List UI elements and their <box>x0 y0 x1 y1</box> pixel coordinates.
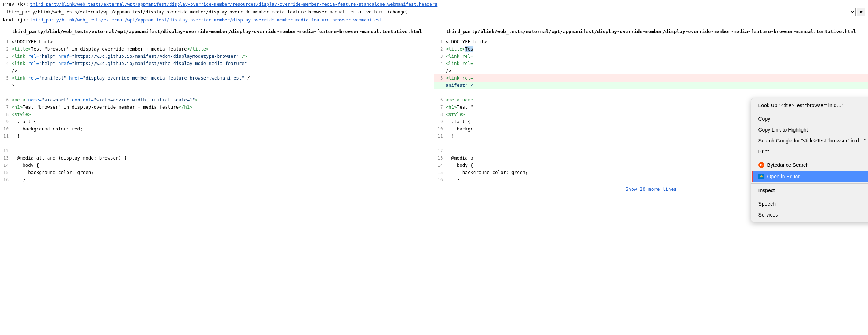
table-row: 2<title>Tes <box>434 45 868 53</box>
line-content: background-color: green; <box>12 169 434 176</box>
ctx-item-label: Services <box>758 212 778 218</box>
line-number: 8 <box>434 111 446 118</box>
line-number: 14 <box>434 162 446 169</box>
prev-link[interactable]: third_party/blink/web_tests/external/wpt… <box>30 2 437 7</box>
line-number: 16 <box>434 176 446 183</box>
line-content: <title>Test "browser" in display-overrid… <box>12 45 434 53</box>
file-dropdown[interactable]: third_party/blink/web_tests/external/wpt… <box>3 8 856 16</box>
line-content: <!DOCTYPE html> <box>446 38 868 45</box>
ctx-item-label: Bytedance Search <box>767 162 809 168</box>
line-content: <link rel= <box>446 60 868 67</box>
line-number: 10 <box>0 125 12 133</box>
line-content: <link rel= <box>446 74 868 82</box>
context-menu-item-speech[interactable]: Speech› <box>751 198 868 209</box>
line-number: 12 <box>0 147 12 154</box>
line-number: 6 <box>434 96 446 104</box>
line-number: 5 <box>434 74 446 82</box>
table-row: 6<meta name="viewport" content="width=de… <box>0 96 434 104</box>
line-number: 13 <box>0 154 12 162</box>
context-menu-item-copy[interactable]: Copy <box>751 113 868 124</box>
ctx-item-left: Print… <box>758 149 774 154</box>
table-row: 10 background-color: red; <box>0 125 434 133</box>
expand-button[interactable]: ▼ <box>857 8 865 16</box>
table-row: 16 } <box>0 176 434 183</box>
line-number: 15 <box>434 169 446 176</box>
context-menu-item-copy-link[interactable]: Copy Link to Highlight <box>751 124 868 135</box>
context-menu: Look Up "<title>Test "browser" in d…"Cop… <box>751 98 868 222</box>
context-menu-item-bytedance[interactable]: BBytedance Search <box>751 160 868 170</box>
left-diff-pane[interactable]: third_party/blink/web_tests/external/wpt… <box>0 25 434 331</box>
line-content: <h1>Test "browser" in display-override m… <box>12 104 434 111</box>
context-menu-item-inspect[interactable]: Inspect <box>751 185 868 196</box>
line-number: 15 <box>0 169 12 176</box>
left-code-area: 1<!DOCTYPE html>2<title>Test "browser" i… <box>0 38 434 183</box>
context-menu-item-print[interactable]: Print… <box>751 146 868 157</box>
ctx-item-left: ⚡Open in Editor <box>758 174 800 179</box>
table-row: 3<link rel="help" href="https://w3c.gith… <box>0 53 434 60</box>
left-pane-header: third_party/blink/web_tests/external/wpt… <box>0 25 434 38</box>
line-number: 3 <box>0 53 12 60</box>
line-number: 7 <box>434 104 446 111</box>
table-row: 8<style> <box>0 111 434 118</box>
ctx-item-left: Copy <box>758 116 771 122</box>
ctx-item-label: Copy Link to Highlight <box>758 127 808 133</box>
line-content: /> <box>12 67 434 74</box>
line-number: 10 <box>434 125 446 133</box>
ctx-item-left: Look Up "<title>Test "browser" in d…" <box>758 102 844 108</box>
table-row: 15 background-color: green; <box>0 169 434 176</box>
line-content: } <box>12 133 434 140</box>
line-number: 8 <box>0 111 12 118</box>
ctx-item-left: Search Google for "<title>Test "browser"… <box>758 138 866 144</box>
line-number: 4 <box>0 60 12 67</box>
line-number: 9 <box>0 118 12 125</box>
right-diff-pane[interactable]: third_party/blink/web_tests/external/wpt… <box>434 25 868 331</box>
next-nav-row: Next (j): third_party/blink/web_tests/ex… <box>3 17 865 23</box>
line-content: .fail { <box>12 118 434 125</box>
table-row: /> <box>0 67 434 74</box>
line-number: 3 <box>434 53 446 60</box>
next-label: Next (j): <box>3 17 28 23</box>
table-row <box>0 140 434 147</box>
context-menu-separator <box>751 112 868 112</box>
line-number: 6 <box>0 96 12 104</box>
context-menu-item-open-editor[interactable]: ⚡Open in Editor <box>752 171 868 182</box>
line-content: anifest" / <box>446 82 868 89</box>
line-number: 11 <box>0 133 12 140</box>
table-row: 13 @media all and (display-mode: browser… <box>0 154 434 162</box>
table-row: 3<link rel= <box>434 53 868 60</box>
line-number: 4 <box>434 60 446 67</box>
context-menu-item-services[interactable]: Services› <box>751 209 868 220</box>
table-row: 1<!DOCTYPE html> <box>0 38 434 45</box>
bytedance-search-icon: B <box>758 162 764 168</box>
line-content: <link rel="help" href="https://w3c.githu… <box>12 60 434 67</box>
table-row: 1<!DOCTYPE html> <box>434 38 868 45</box>
line-content: background-color: red; <box>12 125 434 133</box>
table-row: 5<link rel= <box>434 74 868 82</box>
table-row: 7<h1>Test "browser" in display-override … <box>0 104 434 111</box>
line-content: > <box>12 82 434 89</box>
right-pane-header: third_party/blink/web_tests/external/wpt… <box>434 25 868 38</box>
line-content: <title>Tes <box>446 45 868 53</box>
ctx-item-left: Copy Link to Highlight <box>758 127 808 133</box>
prev-nav-row: Prev (k): third_party/blink/web_tests/ex… <box>3 1 865 7</box>
line-number: 11 <box>434 133 446 140</box>
nav-area: Prev (k): third_party/blink/web_tests/ex… <box>0 0 868 25</box>
ctx-item-label: Speech <box>758 201 776 207</box>
table-row: 4<link rel="help" href="https://w3c.gith… <box>0 60 434 67</box>
ctx-item-label: Copy <box>758 116 771 122</box>
ctx-item-label: Inspect <box>758 187 775 193</box>
line-content: <link rel="manifest" href="display-overr… <box>12 74 434 82</box>
line-content: <meta name="viewport" content="width=dev… <box>12 96 434 104</box>
line-content: <link rel="help" href="https://w3c.githu… <box>12 53 434 60</box>
context-menu-item-lookup[interactable]: Look Up "<title>Test "browser" in d…" <box>751 100 868 111</box>
table-row: 2<title>Test "browser" in display-overri… <box>0 45 434 53</box>
line-content: } <box>12 176 434 183</box>
next-link[interactable]: third_party/blink/web_tests/external/wpt… <box>30 17 382 23</box>
line-content: <link rel= <box>446 53 868 60</box>
table-row: 11 } <box>0 133 434 140</box>
context-menu-separator <box>751 183 868 184</box>
context-menu-separator <box>751 197 868 197</box>
table-row <box>0 89 434 96</box>
line-content: @media all and (display-mode: browser) { <box>12 154 434 162</box>
context-menu-item-search-google[interactable]: Search Google for "<title>Test "browser"… <box>751 135 868 146</box>
